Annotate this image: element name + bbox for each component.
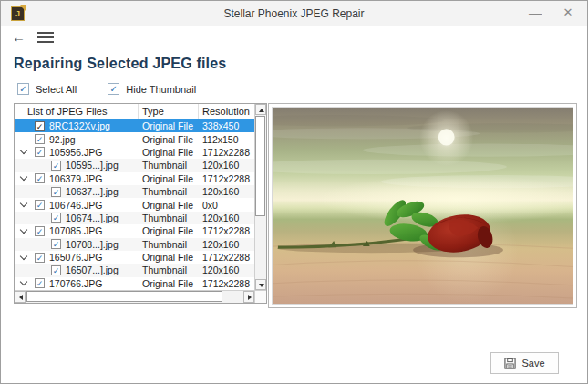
row-checkbox[interactable]: ✓ [51, 187, 61, 197]
file-resolution: 120x160 [199, 239, 254, 250]
file-type: Thumbnail [139, 265, 199, 275]
chevron-down-icon[interactable] [20, 148, 28, 156]
row-checkbox[interactable]: ✓ [35, 278, 45, 288]
file-resolution: 120x160 [199, 213, 254, 223]
checkbox-icon[interactable]: ✓ [108, 83, 119, 95]
file-table-body: ✓ 8RC132Xv.jpg Original File 338x450 ✓ 9… [15, 119, 254, 290]
row-checkbox[interactable]: ✓ [51, 213, 61, 223]
window-title: Stellar Phoenix JPEG Repair [1, 1, 587, 26]
file-type: Original File [139, 173, 199, 184]
scroll-down-button[interactable] [255, 279, 266, 290]
row-checkbox[interactable]: ✓ [35, 226, 45, 236]
file-resolution: 1712x2288 [199, 278, 254, 289]
chevron-down-icon[interactable] [20, 279, 28, 287]
file-resolution: 0x0 [199, 200, 254, 211]
select-all-label: Select All [36, 84, 77, 95]
file-resolution: 1712x2288 [199, 147, 254, 158]
scroll-left-button[interactable] [15, 291, 26, 303]
title-bar: J Stellar Phoenix JPEG Repair — ✕ [1, 1, 587, 26]
column-header-type[interactable]: Type [139, 104, 199, 119]
scroll-right-button[interactable] [243, 291, 254, 303]
row-checkbox[interactable]: ✓ [35, 134, 45, 144]
checkbox-icon[interactable]: ✓ [17, 83, 29, 95]
row-checkbox[interactable]: ✓ [35, 147, 45, 157]
table-row[interactable]: ✓ 10595...].jpg Thumbnail 120x160 [15, 159, 254, 171]
file-name: 10637...].jpg [66, 186, 119, 197]
row-checkbox[interactable]: ✓ [51, 239, 61, 249]
file-type: Original File [139, 147, 199, 158]
table-row[interactable]: ✓ 92.jpg Original File 112x150 [15, 132, 254, 145]
file-name: 165076.JPG [49, 252, 102, 263]
scroll-up-button[interactable] [255, 104, 266, 115]
file-name: 10595...].jpg [66, 160, 119, 171]
file-resolution: 1712x2288 [199, 173, 254, 184]
row-checkbox[interactable]: ✓ [35, 173, 45, 183]
hide-thumbnail-checkbox[interactable]: ✓ Hide Thumbnail [108, 83, 196, 95]
row-checkbox[interactable]: ✓ [51, 265, 61, 275]
file-name: 92.jpg [49, 134, 76, 145]
table-row[interactable]: ✓ 107085.JPG Original File 1712x2288 [15, 224, 254, 237]
hamburger-menu-icon[interactable] [37, 32, 54, 44]
file-type: Thumbnail [139, 213, 199, 223]
chevron-down-icon[interactable] [20, 254, 28, 262]
file-type: Thumbnail [139, 186, 199, 197]
file-type: Original File [139, 225, 199, 236]
file-name: 105956.JPG [49, 147, 102, 158]
table-row[interactable]: ✓ 106746.JPG Original File 0x0 [15, 198, 254, 211]
file-type: Thumbnail [139, 239, 199, 250]
table-row[interactable]: ✓ 10674...].jpg Thumbnail 120x160 [15, 212, 254, 224]
back-arrow-icon[interactable]: ← [12, 29, 26, 45]
table-row[interactable]: ✓ 16507...].jpg Thumbnail 120x160 [15, 264, 254, 276]
horizontal-scrollbar[interactable] [15, 290, 254, 303]
table-row[interactable]: ✓ 105956.JPG Original File 1712x2288 [15, 146, 254, 159]
file-resolution: 1712x2288 [199, 225, 254, 236]
filter-row: ✓ Select All ✓ Hide Thumbnail [17, 83, 196, 95]
table-row[interactable]: ✓ 10708...].jpg Thumbnail 120x160 [15, 238, 254, 251]
file-name: 10708...].jpg [66, 239, 119, 250]
table-row[interactable]: ✓ 10637...].jpg Thumbnail 120x160 [15, 185, 254, 198]
chevron-down-icon[interactable] [20, 174, 28, 182]
chevron-down-icon[interactable] [20, 201, 28, 209]
table-row[interactable]: ✓ 165076.JPG Original File 1712x2288 [15, 251, 254, 264]
horizontal-scroll-thumb[interactable] [26, 291, 222, 302]
file-type: Thumbnail [139, 160, 199, 171]
row-checkbox[interactable]: ✓ [51, 161, 61, 171]
file-name: 16507...].jpg [66, 265, 119, 275]
table-row[interactable]: ✓ 8RC132Xv.jpg Original File 338x450 [15, 119, 254, 132]
minimize-button[interactable]: — [520, 1, 551, 26]
file-resolution: 1712x2288 [199, 252, 254, 263]
file-name: 170766.JPG [49, 278, 102, 289]
table-row[interactable]: ✓ 106379.JPG Original File 1712x2288 [15, 172, 254, 185]
file-type: Original File [139, 200, 199, 211]
file-type: Original File [139, 120, 199, 131]
file-name: 106746.JPG [49, 200, 102, 211]
chevron-down-icon[interactable] [20, 227, 28, 235]
file-type: Original File [139, 278, 199, 289]
save-button-label: Save [521, 358, 544, 368]
file-resolution: 120x160 [199, 265, 254, 275]
row-checkbox[interactable]: ✓ [35, 121, 45, 131]
column-header-resolution[interactable]: Resolution [199, 104, 254, 119]
table-header: List of JPEG Files Type Resolution [15, 104, 254, 119]
column-header-files[interactable]: List of JPEG Files [15, 104, 139, 119]
file-type: Original File [139, 134, 199, 145]
file-name: 107085.JPG [49, 225, 102, 236]
file-table: List of JPEG Files Type Resolution ✓ 8RC… [14, 103, 267, 304]
file-name: 106379.JPG [49, 173, 102, 184]
row-checkbox[interactable]: ✓ [35, 200, 45, 210]
close-button[interactable]: ✕ [552, 1, 583, 26]
table-row[interactable]: ✓ 170766.JPG Original File 1712x2288 [15, 277, 254, 290]
row-checkbox[interactable]: ✓ [35, 253, 45, 263]
file-resolution: 120x160 [199, 160, 254, 171]
app-window: J Stellar Phoenix JPEG Repair — ✕ ← Repa… [0, 0, 588, 384]
preview-image [272, 107, 573, 305]
file-resolution: 120x160 [199, 186, 254, 197]
vertical-scrollbar[interactable] [254, 104, 266, 290]
toolbar: ← [1, 27, 587, 49]
save-floppy-icon [504, 358, 516, 369]
file-name: 10674...].jpg [66, 213, 119, 223]
vertical-scroll-thumb[interactable] [255, 116, 265, 216]
select-all-checkbox[interactable]: ✓ Select All [17, 83, 77, 95]
save-button[interactable]: Save [490, 352, 559, 374]
file-name: 8RC132Xv.jpg [49, 120, 110, 131]
